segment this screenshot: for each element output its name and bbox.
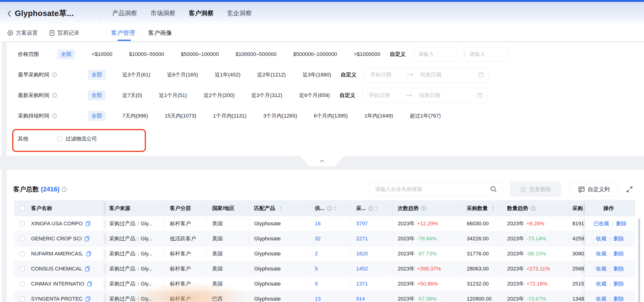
delete-link[interactable]: 删除: [616, 220, 626, 227]
select-all-checkbox[interactable]: [20, 206, 25, 211]
column-header-6[interactable]: 供...: [310, 200, 351, 216]
main-tabs: 产品洞察市场洞察客户洞察竞企洞察: [112, 9, 252, 18]
supplier-count-link[interactable]: 32: [315, 236, 320, 242]
subtab-1[interactable]: 客户管理: [111, 29, 135, 37]
column-header-9[interactable]: 采购数量: [462, 200, 502, 216]
filter-option[interactable]: 近6个月(165): [167, 71, 198, 78]
row-checkbox[interactable]: [20, 296, 25, 302]
custom-columns-button[interactable]: 自定义列: [569, 182, 618, 197]
company-search-input[interactable]: [369, 186, 490, 192]
supplier-count-link[interactable]: 2: [315, 251, 318, 257]
filter-option[interactable]: 近1个月(51): [159, 92, 187, 99]
filter-option[interactable]: 1个月内(1131): [213, 112, 246, 120]
purchase-count-link[interactable]: 1452: [356, 266, 368, 272]
min-value-input[interactable]: [414, 47, 457, 62]
scheme-settings-button[interactable]: 方案设置: [7, 29, 38, 36]
favorite-link[interactable]: 已收藏: [593, 220, 609, 227]
filter-option[interactable]: 近1年(452): [215, 71, 240, 78]
delete-link[interactable]: 删除: [614, 265, 624, 272]
filter-option[interactable]: 6个月内(1395): [314, 112, 348, 120]
filter-option[interactable]: $50000–100000: [181, 51, 219, 57]
source-cell: 采购过产品：Gly...: [104, 276, 164, 291]
filter-option[interactable]: 近7天(0): [122, 92, 142, 99]
filter-option[interactable]: $500000–1000000: [293, 51, 337, 57]
max-value-input[interactable]: [465, 47, 508, 62]
copy-icon[interactable]: [86, 251, 92, 257]
row-checkbox[interactable]: [20, 282, 25, 286]
filter-option[interactable]: 全部: [57, 49, 75, 59]
filter-option[interactable]: 近3个月(61): [122, 71, 150, 78]
copy-icon[interactable]: [85, 296, 91, 302]
copy-icon[interactable]: [84, 236, 90, 242]
delete-link[interactable]: 删除: [614, 235, 624, 242]
favorite-link[interactable]: 收藏: [596, 250, 606, 257]
copy-icon[interactable]: [87, 281, 93, 287]
favorite-link[interactable]: 收藏: [596, 265, 606, 272]
delete-link[interactable]: 删除: [614, 295, 624, 302]
favorite-link[interactable]: 收藏: [596, 295, 606, 302]
filter-option[interactable]: 全部: [88, 90, 106, 100]
fullscreen-icon[interactable]: [626, 186, 634, 193]
checkbox[interactable]: [57, 136, 62, 142]
date-range-picker[interactable]: 开始日期结束日期: [364, 68, 489, 82]
tab-2[interactable]: 市场洞察: [150, 9, 175, 18]
favorite-link[interactable]: 收藏: [596, 235, 606, 242]
column-label: 匹配产品: [254, 205, 275, 212]
filter-option[interactable]: 近6个月(659): [299, 92, 330, 99]
filter-option[interactable]: 3个月内(1265): [263, 112, 297, 120]
row-checkbox[interactable]: [20, 221, 25, 226]
filter-option[interactable]: 7天内(996): [122, 112, 148, 120]
copy-icon[interactable]: [85, 220, 91, 227]
search-icon[interactable]: [490, 186, 497, 193]
purchase-count-link[interactable]: 1820: [356, 251, 368, 257]
collapse-filters-button[interactable]: [300, 156, 344, 166]
back-button[interactable]: Glyphosate草...: [7, 8, 74, 19]
batch-delete-button[interactable]: 批量删除: [510, 182, 561, 197]
supplier-count-link[interactable]: 5: [315, 266, 318, 272]
filter-option[interactable]: 超过1年(767): [410, 112, 441, 120]
filter-option[interactable]: 近3个月(312): [251, 92, 282, 99]
row-checkbox[interactable]: [20, 236, 25, 241]
custom-option[interactable]: 自定义: [340, 92, 355, 99]
custom-option[interactable]: 自定义: [341, 71, 356, 78]
filter-option[interactable]: 近2年(1212): [257, 71, 286, 78]
column-header-5[interactable]: 匹配产品: [249, 200, 310, 216]
trade-records-button[interactable]: 贸易记录: [49, 29, 79, 36]
tab-4[interactable]: 竞企洞察: [227, 9, 252, 18]
tab-1[interactable]: 产品洞察: [112, 9, 137, 18]
purchase-count-link[interactable]: 2271: [356, 236, 368, 242]
supplier-count-link[interactable]: 13: [315, 296, 320, 302]
column-header-7[interactable]: 采...: [351, 200, 392, 216]
filter-option[interactable]: 全部: [88, 70, 106, 80]
filter-option[interactable]: 全部: [88, 111, 106, 121]
subtab-2[interactable]: 客户画像: [148, 29, 172, 37]
filter-option[interactable]: $10000–50000: [129, 51, 164, 57]
delete-link[interactable]: 删除: [614, 250, 624, 257]
supplier-count-link[interactable]: 16: [315, 220, 320, 227]
filter-option[interactable]: $100000–500000: [236, 51, 276, 57]
filter-option[interactable]: >$1000000: [354, 51, 380, 57]
freq-trend-cell: 2023年-87.73%: [392, 246, 462, 261]
filter-option[interactable]: <$10000: [92, 51, 112, 57]
tab-3[interactable]: 客户洞察: [189, 9, 214, 18]
date-range-picker[interactable]: 开始日期结束日期: [362, 88, 488, 103]
purchase-count-link[interactable]: 3797: [356, 220, 368, 227]
favorite-link[interactable]: 收藏: [596, 280, 606, 288]
filter-option[interactable]: 近3年(1880): [302, 71, 331, 78]
tier-cell: 低活跃客户: [164, 231, 207, 246]
copy-icon[interactable]: [84, 266, 90, 272]
purchase-count-link[interactable]: 1371: [356, 281, 368, 287]
row-checkbox[interactable]: [20, 266, 25, 272]
purchase-count-link[interactable]: 914: [356, 296, 365, 302]
custom-option[interactable]: 自定义: [390, 51, 406, 58]
table-scrollbar[interactable]: [638, 218, 640, 302]
row-checkbox[interactable]: [20, 251, 25, 256]
filter-logistics-checkbox[interactable]: 过滤物流公司: [57, 135, 97, 142]
delete-link[interactable]: 删除: [614, 280, 624, 288]
table-body: XINGFA USA CORPO采购过产品：Gly...标杆客户美国Glypho…: [14, 216, 635, 302]
supplier-count-link[interactable]: 9: [315, 281, 318, 287]
table-row: NUFARM AMERICAS,采购过产品：Gly...标杆客户美国Glypho…: [14, 246, 635, 262]
filter-option[interactable]: 近2个月(200): [204, 92, 234, 99]
filter-option[interactable]: 15天内(1073): [165, 112, 196, 120]
filter-option[interactable]: 1年内(1649): [364, 112, 393, 120]
